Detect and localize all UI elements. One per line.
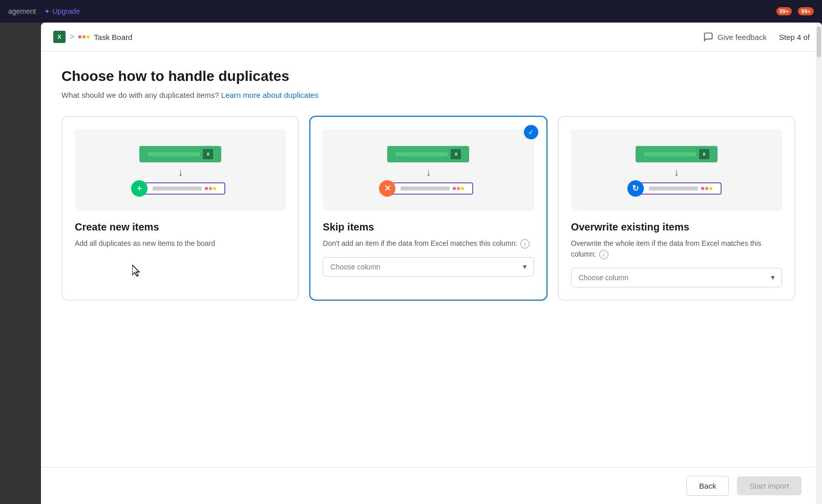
- card-desc-create: Add all duplicates as new items to the b…: [75, 238, 286, 249]
- modal-header: X > Task Board Give feedback Step 4 of: [41, 23, 822, 52]
- choose-column-skip-select[interactable]: Choose column: [323, 257, 534, 277]
- notification-badge[interactable]: 99+: [776, 7, 792, 15]
- excel-icon: X: [53, 31, 66, 43]
- card-desc-skip: Don't add an item if the data from Excel…: [323, 238, 534, 249]
- card-create-new[interactable]: X ↓ +: [61, 116, 299, 301]
- dot-yellow: [87, 35, 90, 38]
- action-badge-plus: +: [131, 180, 147, 197]
- dot-orange: [82, 35, 86, 38]
- card-illustration-create: X ↓ +: [75, 129, 286, 211]
- avatar-badge[interactable]: 99+: [798, 7, 814, 15]
- arrow-down-icon-overwrite: ↓: [674, 166, 679, 178]
- monday-color-dots: [78, 35, 90, 38]
- excel-row-overwrite: X: [636, 146, 718, 162]
- monday-row: [143, 182, 225, 195]
- action-badge-refresh: ↻: [627, 180, 644, 197]
- card-title-create: Create new items: [75, 221, 286, 233]
- feedback-icon: [703, 32, 713, 42]
- card-illustration-overwrite: X ↓ ↻: [571, 129, 782, 211]
- card-skip-items[interactable]: ✓ X ↓ ✕: [309, 116, 547, 301]
- step-indicator: Step 4 of: [779, 33, 810, 41]
- arrow-down-icon-skip: ↓: [426, 166, 431, 178]
- modal-content: Choose how to handle duplicates What sho…: [41, 52, 822, 467]
- upgrade-button[interactable]: ✦ Upgrade: [44, 7, 80, 15]
- task-board-label: Task Board: [94, 33, 132, 41]
- info-icon-skip[interactable]: i: [520, 239, 530, 248]
- arrow-down-icon: ↓: [178, 166, 183, 178]
- excel-row: X: [139, 146, 221, 162]
- scrollbar-thumb[interactable]: [817, 27, 821, 57]
- monday-logo: [78, 35, 90, 38]
- card-desc-overwrite: Overwrite the whole item if the data fro…: [571, 238, 782, 260]
- monday-row-overwrite: [640, 182, 722, 195]
- breadcrumb: X > Task Board: [53, 31, 703, 43]
- top-bar: agement ✦ Upgrade 99+ 99+: [0, 0, 822, 23]
- scrollbar[interactable]: [816, 23, 822, 504]
- top-bar-right: 99+ 99+: [776, 7, 814, 15]
- give-feedback-button[interactable]: Give feedback: [703, 32, 767, 42]
- card-overwrite[interactable]: X ↓ ↻: [558, 116, 795, 301]
- modal: X > Task Board Give feedback Step 4 of: [41, 23, 822, 504]
- choose-column-overwrite-wrapper: Choose column ▼: [571, 268, 782, 287]
- dot-red: [78, 35, 81, 38]
- card-title-skip: Skip items: [323, 221, 534, 233]
- choose-column-skip-wrapper: Choose column ▼: [323, 257, 534, 277]
- breadcrumb-separator: >: [70, 32, 74, 41]
- excel-row-skip: X: [387, 146, 469, 162]
- header-actions: Give feedback Step 4 of: [703, 32, 810, 42]
- modal-footer: Back Start import: [41, 467, 822, 504]
- choose-column-overwrite-select[interactable]: Choose column: [571, 268, 782, 287]
- card-checkmark-skip: ✓: [524, 125, 538, 139]
- info-icon-overwrite[interactable]: i: [599, 250, 608, 259]
- subtitle: What should we do with any duplicated it…: [61, 91, 795, 99]
- monday-row-skip: [391, 182, 473, 195]
- action-badge-x: ✕: [379, 180, 395, 197]
- page-title: Choose how to handle duplicates: [61, 68, 795, 85]
- card-title-overwrite: Overwrite existing items: [571, 221, 782, 233]
- cards-container: X ↓ +: [61, 116, 795, 301]
- app-name: agement: [8, 7, 36, 15]
- back-button[interactable]: Back: [686, 476, 729, 496]
- card-illustration-skip: X ↓ ✕: [323, 129, 534, 211]
- start-import-button[interactable]: Start import: [737, 476, 802, 495]
- learn-more-link[interactable]: Learn more about duplicates: [221, 91, 319, 99]
